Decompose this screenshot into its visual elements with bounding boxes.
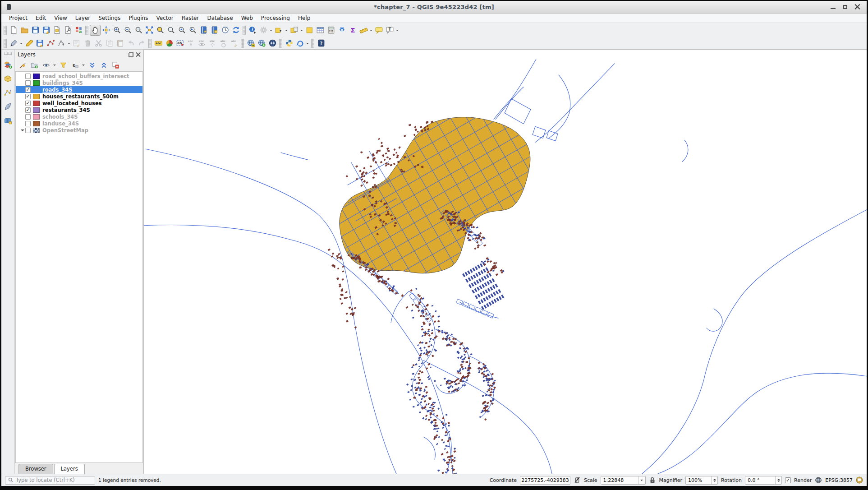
- remove-layer-icon[interactable]: [110, 60, 120, 70]
- add-wcs-layer-icon[interactable]: [256, 38, 267, 49]
- data-source-manager-icon[interactable]: [3, 59, 14, 70]
- redo-icon[interactable]: [136, 38, 147, 49]
- layer-row-restaurants_34S[interactable]: ✓restaurants_34S: [16, 106, 142, 113]
- layer-checkbox[interactable]: [25, 74, 31, 79]
- temporal-controller-icon[interactable]: [220, 25, 230, 36]
- extents-toggle-icon[interactable]: [574, 476, 581, 484]
- python-console-icon[interactable]: [284, 38, 294, 49]
- filter-by-expression-icon[interactable]: ε: [70, 60, 80, 70]
- toolbar-handle[interactable]: [4, 52, 12, 55]
- highlight-labels-icon[interactable]: abc: [196, 38, 207, 49]
- save-project-as-icon[interactable]: [41, 25, 51, 36]
- measure-icon[interactable]: [358, 25, 369, 36]
- layer-checkbox[interactable]: [25, 114, 31, 120]
- layer-row-schools_34S[interactable]: schools_34S: [16, 113, 142, 120]
- refresh-map-icon[interactable]: [230, 25, 241, 36]
- delete-selected-icon[interactable]: [82, 38, 93, 49]
- zoom-to-selection-icon[interactable]: [155, 25, 165, 36]
- cut-features-icon[interactable]: [93, 38, 104, 49]
- deselect-all-icon[interactable]: [304, 25, 315, 36]
- new-virtual-layer-icon[interactable]: [3, 115, 14, 126]
- layer-checkbox[interactable]: ✓: [25, 87, 31, 92]
- menu-help[interactable]: Help: [294, 14, 314, 22]
- metasearch-icon[interactable]: [267, 38, 278, 49]
- identify-features-icon[interactable]: i: [247, 25, 258, 36]
- menu-plugins[interactable]: Plugins: [124, 14, 152, 22]
- minimize-button[interactable]: [830, 4, 836, 10]
- current-edits-dropdown-icon[interactable]: [19, 38, 23, 49]
- zoom-to-layer-icon[interactable]: [165, 25, 176, 36]
- add-line-feature-icon[interactable]: [45, 38, 56, 49]
- layer-checkbox[interactable]: ✓: [25, 101, 31, 106]
- filter-legend-icon[interactable]: [58, 60, 68, 70]
- layer-labeling-icon[interactable]: abc: [153, 38, 164, 49]
- pan-map-icon[interactable]: [90, 25, 101, 36]
- manage-map-themes-dropdown-icon[interactable]: [53, 60, 56, 70]
- open-attribute-table-icon[interactable]: [315, 25, 326, 36]
- menu-database[interactable]: Database: [203, 14, 237, 22]
- pin-labels-icon[interactable]: abc: [185, 38, 196, 49]
- rotation-spinbox[interactable]: 0.0 °: [745, 476, 782, 485]
- close-panel-icon[interactable]: [136, 52, 141, 57]
- menu-view[interactable]: View: [50, 14, 71, 22]
- add-wms-layer-icon[interactable]: [245, 38, 256, 49]
- layer-row-landuse_34S[interactable]: landuse_34S: [16, 120, 142, 127]
- menu-vector[interactable]: Vector: [152, 14, 177, 22]
- zoom-native-icon[interactable]: 1:1: [133, 25, 144, 36]
- processing-toolbox-icon[interactable]: [336, 25, 347, 36]
- toolbar-handle[interactable]: [4, 26, 7, 35]
- menu-settings[interactable]: Settings: [94, 14, 124, 22]
- expand-all-icon[interactable]: [87, 60, 97, 70]
- run-feature-action-dropdown-icon[interactable]: [269, 25, 273, 36]
- toolbar-handle[interactable]: [4, 39, 7, 48]
- close-button[interactable]: [854, 4, 860, 10]
- zoom-out-icon[interactable]: [122, 25, 133, 36]
- layer-row-OpenStreetMap[interactable]: OpenStreetMap: [16, 127, 142, 134]
- rotate-label-icon[interactable]: abc: [218, 38, 229, 49]
- toggle-editing-icon[interactable]: [23, 38, 34, 49]
- help-icon[interactable]: ?: [316, 38, 326, 49]
- menu-web[interactable]: Web: [237, 14, 257, 22]
- messages-icon[interactable]: [856, 476, 863, 484]
- select-by-value-icon[interactable]: [289, 25, 299, 36]
- show-bookmarks-icon[interactable]: [209, 25, 220, 36]
- dock-tab-layers[interactable]: Layers: [54, 464, 85, 474]
- crs-globe-icon[interactable]: [815, 476, 822, 484]
- coordinate-input[interactable]: 2275725,-4029383: [520, 476, 570, 485]
- layer-row-well_located_houses[interactable]: ✓well_located_houses: [16, 100, 142, 106]
- lock-scale-icon[interactable]: [649, 476, 656, 484]
- move-label-icon[interactable]: abc: [207, 38, 218, 49]
- expand-icon[interactable]: [19, 128, 25, 133]
- add-group-icon[interactable]: [29, 60, 39, 70]
- new-geopackage-layer-icon[interactable]: [3, 73, 14, 84]
- maximize-button[interactable]: [842, 4, 848, 10]
- paste-features-icon[interactable]: [115, 38, 125, 49]
- toolbar-handle[interactable]: [241, 39, 244, 48]
- new-spatialite-layer-icon[interactable]: [3, 101, 14, 112]
- layer-row-houses_restaurants_500m[interactable]: ✓houses_restaurants_500m: [16, 93, 142, 100]
- toolbar-handle[interactable]: [85, 26, 88, 35]
- labeling-options-icon[interactable]: ab: [175, 38, 185, 49]
- save-layer-edits-icon[interactable]: [34, 38, 45, 49]
- magnifier-spinbox[interactable]: 100%: [685, 476, 718, 485]
- menu-processing[interactable]: Processing: [257, 14, 294, 22]
- scale-combobox[interactable]: 1:22848: [601, 476, 646, 485]
- text-annotation-dropdown-icon[interactable]: [395, 25, 400, 36]
- toolbar-handle[interactable]: [243, 26, 246, 35]
- plugin-tools-icon[interactable]: [294, 38, 305, 49]
- layer-row-road_school_buffers_intersect[interactable]: road_school_buffers_intersect: [16, 73, 142, 79]
- vertex-tool-dropdown-icon[interactable]: [67, 38, 71, 49]
- collapse-all-icon[interactable]: [99, 60, 109, 70]
- menu-edit[interactable]: Edit: [32, 14, 50, 22]
- save-project-icon[interactable]: [30, 25, 41, 36]
- plugin-tools-dropdown-icon[interactable]: [305, 38, 310, 49]
- layer-diagram-icon[interactable]: [164, 38, 175, 49]
- statistical-summary-icon[interactable]: Σ: [347, 25, 358, 36]
- menu-project[interactable]: Project: [5, 14, 32, 22]
- new-print-layout-icon[interactable]: [51, 25, 62, 36]
- menu-raster[interactable]: Raster: [178, 14, 203, 22]
- zoom-full-icon[interactable]: [144, 25, 155, 36]
- vertex-tool-icon[interactable]: [56, 38, 67, 49]
- rotation-spin-buttons[interactable]: [775, 476, 781, 484]
- map-canvas[interactable]: [144, 50, 867, 474]
